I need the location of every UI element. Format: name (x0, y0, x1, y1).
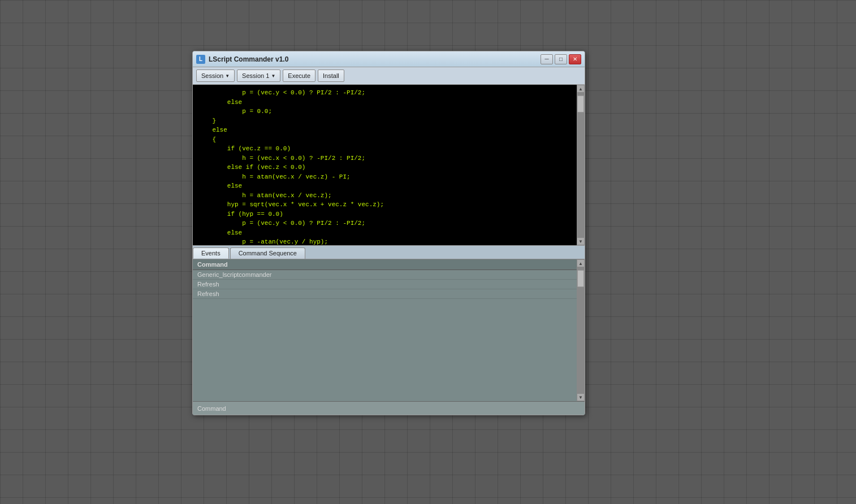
close-button[interactable]: ✕ (569, 54, 581, 64)
session-dropdown-button[interactable]: Session ▼ (196, 69, 235, 82)
code-area-wrapper: p = (vec.y < 0.0) ? PI/2 : -PI/2; else p… (193, 85, 585, 245)
events-scroll-thumb[interactable] (577, 270, 584, 287)
title-bar-left: L LScript Commander v1.0 (196, 55, 288, 64)
window-title: LScript Commander v1.0 (209, 55, 288, 63)
tab-command-sequence[interactable]: Command Sequence (230, 247, 305, 259)
code-editor[interactable]: p = (vec.y < 0.0) ? PI/2 : -PI/2; else p… (193, 85, 577, 245)
window-controls: ─ □ ✕ (541, 54, 581, 64)
events-header: Command (193, 259, 577, 270)
main-window: L LScript Commander v1.0 ─ □ ✕ Session ▼… (192, 51, 585, 415)
events-wrapper: Command Generic_lscriptcommander Refresh… (193, 259, 585, 401)
tab-events[interactable]: Events (193, 247, 229, 259)
session1-chevron-icon: ▼ (271, 73, 275, 79)
scroll-track[interactable] (577, 93, 585, 237)
code-content: p = (vec.y < 0.0) ? PI/2 : -PI/2; else p… (193, 85, 577, 245)
bottom-section: Events Command Sequence Command Generic_… (193, 245, 585, 415)
events-scroll-down-arrow[interactable]: ▼ (577, 393, 585, 401)
event-item-0[interactable]: Generic_lscriptcommander (193, 270, 577, 280)
install-button[interactable]: Install (318, 69, 344, 82)
event-item-2[interactable]: Refresh (193, 289, 577, 299)
title-bar: L LScript Commander v1.0 ─ □ ✕ (193, 51, 585, 67)
scroll-down-arrow[interactable]: ▼ (577, 237, 585, 245)
command-bar: Command (193, 401, 585, 415)
maximize-button[interactable]: □ (555, 54, 567, 64)
events-scrollbar-vertical[interactable]: ▲ ▼ (577, 259, 585, 401)
events-panel: Command Generic_lscriptcommander Refresh… (193, 259, 577, 401)
event-item-1[interactable]: Refresh (193, 280, 577, 289)
events-scroll-track[interactable] (577, 267, 585, 393)
toolbar: Session ▼ Session 1 ▼ Execute Install (193, 67, 585, 85)
scroll-up-arrow[interactable]: ▲ (577, 85, 585, 93)
events-scroll-up-arrow[interactable]: ▲ (577, 259, 585, 267)
execute-button[interactable]: Execute (283, 69, 315, 82)
tabs-bar: Events Command Sequence (193, 246, 585, 259)
command-bar-label: Command (197, 405, 226, 412)
scroll-thumb[interactable] (577, 95, 584, 112)
session1-dropdown-button[interactable]: Session 1 ▼ (237, 69, 280, 82)
app-icon: L (196, 55, 205, 64)
session-chevron-icon: ▼ (225, 73, 230, 79)
code-scrollbar-vertical[interactable]: ▲ ▼ (577, 85, 585, 245)
minimize-button[interactable]: ─ (541, 54, 553, 64)
